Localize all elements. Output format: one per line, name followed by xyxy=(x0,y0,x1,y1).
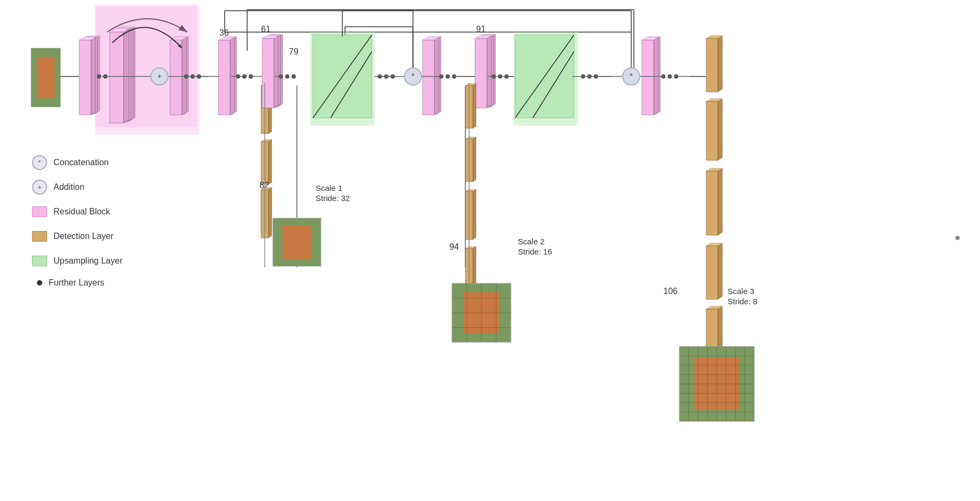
diagram-canvas xyxy=(0,0,980,501)
